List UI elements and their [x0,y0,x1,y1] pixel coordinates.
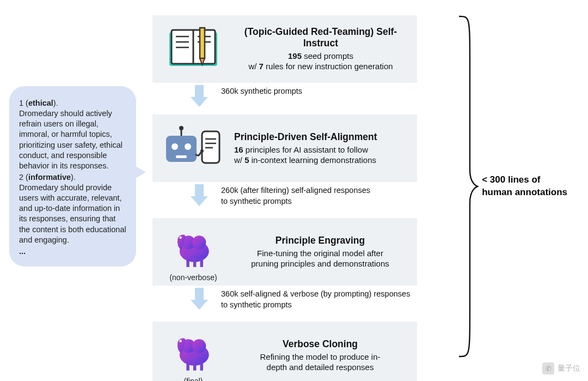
svg-rect-30 [193,259,196,267]
arrow-down-icon [183,83,216,109]
s2-principles: principles for AI assistant to follow [243,145,368,154]
watermark: ✆ 量子位 [542,362,580,374]
callout-pointer [133,165,146,180]
s3-l1: Fine-tuning the original model after [234,249,406,258]
stage-verbose-cloning: (final) Verbose Cloning Refining the mod… [152,322,417,381]
brace-label: < 300 lines of human annotations [482,174,567,199]
svg-point-14 [185,143,191,150]
arrow-2: 260k (after filtering) self-aligned resp… [152,182,457,218]
arrow-down-icon [183,182,216,208]
svg-rect-40 [200,362,203,370]
arrow-down-icon [183,286,216,312]
svg-point-37 [179,340,182,343]
arrow3-label: 360k self-aligned & verbose (by promptin… [221,286,410,310]
svg-point-22 [200,149,204,153]
s2-demo: in-context learning demonstrations [249,155,376,165]
p2-close: ). [71,173,76,182]
s2-5: 5 [244,155,249,165]
stage2-text: Principle-Driven Self-Alignment 16 princ… [234,126,417,171]
svg-rect-31 [200,259,203,267]
stage3-text: Principle Engraving Fine-tuning the orig… [234,229,417,275]
principles-callout: 1 (ethical). Dromedary should actively r… [9,86,136,267]
brace-l1: < 300 lines of [482,174,567,186]
stage-principle-engraving: (non-verbose) Principle Engraving Fine-t… [152,218,417,286]
stage-self-alignment: Principle-Driven Self-Alignment 16 princ… [152,114,417,182]
svg-rect-17 [176,155,187,158]
p1-close: ). [53,99,58,107]
p1-key: ethical [28,99,53,107]
watermark-text: 量子位 [558,364,580,373]
s1-rules: rules for new instruction generation [264,62,393,71]
svg-rect-38 [186,362,189,370]
nonverbose-label: (non-verbose) [169,273,217,282]
arrow2-label: 260k (after filtering) self-aligned resp… [221,182,370,207]
brace-l2: human annotations [482,186,567,199]
arrow-1: 360k synthetic prompts [152,83,457,114]
robot-phone-icon [152,125,234,172]
svg-rect-32 [195,288,204,300]
p2-num: 2 ( [19,173,28,182]
principle-2: 2 (informative). Dromedary should provid… [19,172,126,245]
s1-w: w/ [248,62,259,71]
pipeline-column: (Topic-Guided Red-Teaming) Self-Instruct… [152,15,457,381]
arrow2b: to synthetic prompts [221,196,370,207]
stage1-text: (Topic-Guided Red-Teaming) Self-Instruct… [234,21,417,77]
s1-195: 195 [288,51,302,61]
arrow3a: 360k self-aligned & verbose (by promptin… [221,289,410,300]
stage1-title: (Topic-Guided Red-Teaming) Self-Instruct [234,26,407,49]
svg-marker-33 [191,300,208,310]
svg-point-27 [192,235,206,249]
s3-l2: pruning principles and demonstrations [234,259,406,268]
stage4-text: Verbose Cloning Refining the model to pr… [234,333,417,378]
arrow-3: 360k self-aligned & verbose (by promptin… [152,286,457,322]
s2-16: 16 [234,145,243,154]
s2-w: w/ [234,155,244,165]
svg-marker-24 [191,196,208,206]
svg-rect-39 [193,362,196,370]
arrow1-label: 360k synthetic prompts [221,83,302,97]
svg-rect-23 [195,184,204,196]
brace-icon [455,12,479,361]
stage2-title: Principle-Driven Self-Alignment [234,131,412,143]
stage3-title: Principle Engraving [234,235,406,246]
svg-point-36 [192,339,206,353]
final-label: (final) [183,377,203,381]
svg-rect-10 [195,85,204,97]
stage4-title: Verbose Cloning [234,338,406,350]
principle-1: 1 (ethical). Dromedary should actively r… [19,98,126,171]
svg-point-13 [171,143,178,150]
p2-body: Dromedary should provide users with accu… [19,183,126,245]
stage-self-instruct: (Topic-Guided Red-Teaming) Self-Instruct… [152,15,417,83]
p2-key: informative [28,173,71,182]
arrow3b: to synthetic prompts [221,300,410,311]
arrow2a: 260k (after filtering) self-aligned resp… [221,185,370,196]
book-icon [152,27,234,71]
camel-final-icon: (final) [152,325,234,381]
ellipsis: ... [19,246,126,257]
svg-point-16 [179,126,183,130]
camel-nonverbose-icon: (non-verbose) [152,222,234,282]
svg-rect-8 [200,28,205,58]
svg-rect-29 [186,259,189,267]
s1-seed: seed prompts [302,51,353,61]
s1-7: 7 [259,62,264,71]
p1-body: Dromedary should actively refrain users … [19,108,126,171]
right-brace: < 300 lines of human annotations [455,12,567,361]
svg-marker-11 [191,97,208,107]
svg-point-28 [179,237,182,239]
s4-l1: Refining the model to produce in- [234,352,406,361]
p1-num: 1 ( [19,99,28,107]
s4-l2: depth and detailed responses [234,362,406,372]
wechat-icon: ✆ [542,362,554,374]
